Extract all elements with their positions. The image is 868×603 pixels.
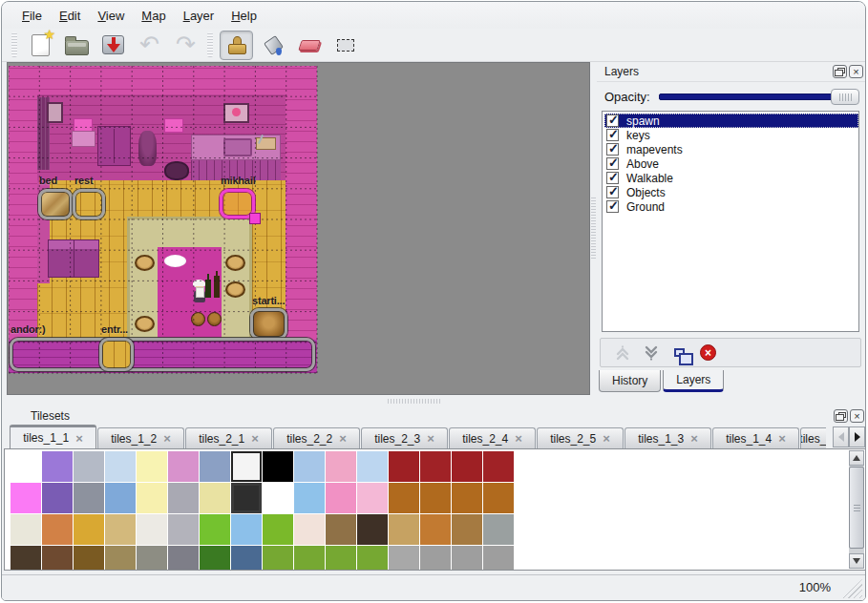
tile-palette[interactable] xyxy=(4,448,866,571)
palette-tile-31[interactable] xyxy=(483,483,514,513)
layer-row-Above[interactable]: Above xyxy=(604,156,858,171)
palette-tile-59[interactable] xyxy=(357,546,388,571)
undo-button[interactable]: ↶ xyxy=(133,31,166,60)
save-button[interactable] xyxy=(96,31,130,60)
palette-tile-49[interactable] xyxy=(42,546,73,571)
tileset-tab-tiles_1_[interactable]: tiles_1_ xyxy=(800,427,826,448)
palette-tile-24[interactable] xyxy=(263,483,293,513)
palette-tile-4[interactable] xyxy=(137,451,167,482)
close-tab-icon[interactable]: × xyxy=(163,432,171,445)
palette-tile-16[interactable] xyxy=(11,483,41,513)
palette-tile-33[interactable] xyxy=(42,514,73,545)
palette-tile-41[interactable] xyxy=(294,514,325,545)
palette-tile-21[interactable] xyxy=(168,483,199,513)
menu-layer[interactable]: Layer xyxy=(175,6,223,26)
close-tab-icon[interactable]: × xyxy=(75,432,83,445)
palette-tile-34[interactable] xyxy=(74,514,104,545)
menu-edit[interactable]: Edit xyxy=(51,6,89,26)
palette-tile-1[interactable] xyxy=(42,451,73,482)
palette-tile-43[interactable] xyxy=(357,514,388,545)
palette-tile-52[interactable] xyxy=(137,546,167,571)
layer-visibility-checkbox[interactable] xyxy=(606,200,619,213)
palette-tile-22[interactable] xyxy=(200,483,230,513)
palette-tile-2[interactable] xyxy=(74,451,104,482)
close-tab-icon[interactable]: × xyxy=(339,432,347,445)
tileset-tab-tiles_1_4[interactable]: tiles_1_4× xyxy=(712,427,799,448)
opacity-slider[interactable] xyxy=(659,89,859,105)
menu-file[interactable]: File xyxy=(13,6,51,26)
layer-row-Ground[interactable]: Ground xyxy=(604,199,858,214)
tileset-tab-tiles_1_2[interactable]: tiles_1_2× xyxy=(97,427,184,448)
palette-tile-13[interactable] xyxy=(420,451,451,482)
scroll-tabs-right-button[interactable] xyxy=(849,426,865,447)
palette-tile-54[interactable] xyxy=(200,546,230,571)
palette-scrollbar[interactable] xyxy=(849,450,864,569)
tab-layers[interactable]: Layers xyxy=(663,370,724,392)
palette-tile-42[interactable] xyxy=(326,514,356,545)
palette-tile-20[interactable] xyxy=(137,483,167,513)
close-tab-icon[interactable]: × xyxy=(427,432,434,445)
palette-tile-56[interactable] xyxy=(263,546,293,571)
palette-tile-23[interactable] xyxy=(231,483,262,513)
resize-grip[interactable] xyxy=(841,579,862,598)
rect-select-button[interactable] xyxy=(328,31,362,60)
tileset-tab-tiles_2_2[interactable]: tiles_2_2× xyxy=(273,427,360,448)
layer-visibility-checkbox[interactable] xyxy=(606,114,619,127)
tileset-tab-tiles_2_4[interactable]: tiles_2_4× xyxy=(449,427,536,448)
palette-tile-61[interactable] xyxy=(420,546,451,571)
map-object-mikhail[interactable] xyxy=(220,189,255,218)
close-tab-icon[interactable]: × xyxy=(690,432,698,445)
delete-layer-button[interactable]: × xyxy=(699,343,717,362)
menu-view[interactable]: View xyxy=(89,6,133,26)
menu-map[interactable]: Map xyxy=(133,6,174,26)
scrollbar-thumb[interactable] xyxy=(849,467,864,549)
palette-tile-48[interactable] xyxy=(11,546,41,571)
layer-visibility-checkbox[interactable] xyxy=(606,172,619,184)
close-tab-icon[interactable]: × xyxy=(251,432,259,445)
palette-tile-9[interactable] xyxy=(294,451,325,482)
tileset-tab-tiles_2_5[interactable]: tiles_2_5× xyxy=(537,427,624,448)
palette-tile-37[interactable] xyxy=(168,514,199,545)
close-tab-icon[interactable]: × xyxy=(515,432,522,445)
layer-visibility-checkbox[interactable] xyxy=(606,143,619,156)
toolbar-drag-handle[interactable] xyxy=(207,32,213,57)
palette-tile-5[interactable] xyxy=(168,451,199,482)
tileset-tab-tiles_1_1[interactable]: tiles_1_1× xyxy=(10,425,96,448)
palette-tile-63[interactable] xyxy=(483,546,514,571)
layer-list[interactable]: spawnkeysmapeventsAboveWalkableObjectsGr… xyxy=(602,111,859,332)
palette-tile-40[interactable] xyxy=(263,514,293,545)
tileset-tab-tiles_1_3[interactable]: tiles_1_3× xyxy=(625,427,711,448)
tab-history[interactable]: History xyxy=(599,370,661,392)
close-tab-icon[interactable]: × xyxy=(603,432,610,445)
tileset-tab-tiles_2_3[interactable]: tiles_2_3× xyxy=(361,427,448,448)
map-object-rest[interactable] xyxy=(73,189,105,219)
palette-tile-17[interactable] xyxy=(42,483,73,513)
float-panel-button[interactable] xyxy=(834,409,848,423)
scroll-tabs-left-button[interactable] xyxy=(833,426,849,447)
palette-tile-26[interactable] xyxy=(326,483,356,513)
scroll-down-button[interactable] xyxy=(849,553,864,569)
map-object-starti[interactable] xyxy=(250,308,287,340)
palette-tile-15[interactable] xyxy=(483,451,514,482)
palette-tile-8[interactable] xyxy=(263,451,293,482)
palette-tile-36[interactable] xyxy=(137,514,167,545)
palette-tile-27[interactable] xyxy=(357,483,388,513)
eraser-button[interactable] xyxy=(292,31,326,60)
palette-tile-38[interactable] xyxy=(200,514,230,545)
palette-tile-51[interactable] xyxy=(105,546,136,571)
palette-tile-57[interactable] xyxy=(294,546,325,571)
palette-tile-47[interactable] xyxy=(483,514,514,545)
palette-tile-11[interactable] xyxy=(357,451,388,482)
palette-tile-50[interactable] xyxy=(74,546,104,571)
palette-tile-12[interactable] xyxy=(389,451,419,482)
palette-tile-32[interactable] xyxy=(11,514,41,545)
duplicate-layer-button[interactable] xyxy=(670,343,688,362)
palette-tile-29[interactable] xyxy=(420,483,451,513)
toolbar-drag-handle[interactable] xyxy=(11,32,17,57)
palette-tile-60[interactable] xyxy=(389,546,419,571)
object-resize-handle[interactable] xyxy=(249,213,261,224)
map-canvas[interactable]: bedrestmikhailstarti...andor:)entr... xyxy=(9,66,317,373)
menu-help[interactable]: Help xyxy=(222,6,265,26)
palette-tile-6[interactable] xyxy=(200,451,230,482)
stamp-tool-button[interactable] xyxy=(220,31,253,60)
